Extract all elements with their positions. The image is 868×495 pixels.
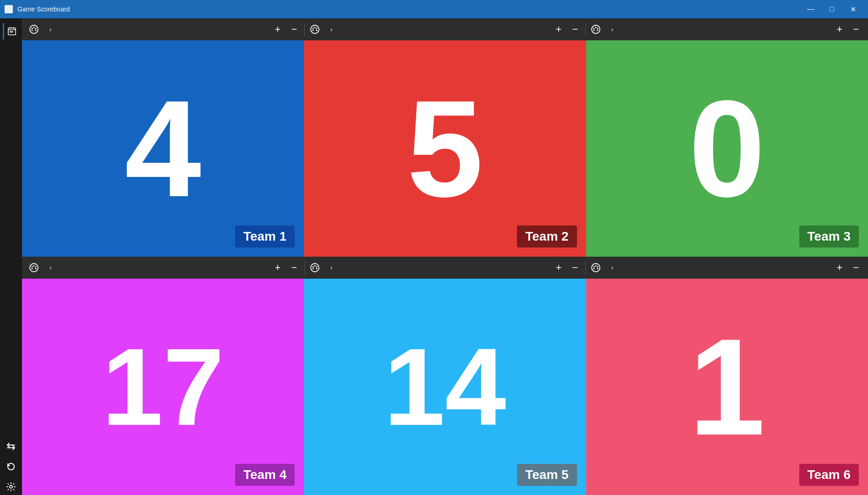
svg-point-33: [314, 265, 316, 267]
minimize-button[interactable]: —: [800, 0, 821, 18]
svg-point-16: [316, 28, 318, 29]
svg-rect-5: [11, 31, 13, 33]
score-row-1: 4 Team 1 5 Team 2 0 Team 3: [22, 40, 868, 257]
app-body: › + − › + −: [0, 18, 868, 495]
expand-btn-5[interactable]: ›: [323, 259, 340, 276]
svg-point-18: [316, 30, 318, 31]
svg-point-41: [593, 268, 595, 270]
palette-btn-5[interactable]: [307, 259, 323, 276]
sidebar-item-reset[interactable]: [3, 458, 19, 475]
svg-point-29: [32, 268, 33, 270]
team3-panel[interactable]: 0 Team 3: [586, 40, 868, 257]
team6-score: 1: [689, 318, 765, 456]
svg-point-34: [316, 266, 318, 268]
svg-point-38: [593, 266, 595, 268]
team2-score: 5: [407, 80, 483, 217]
team1-panel[interactable]: 4 Team 1: [22, 40, 304, 257]
svg-point-40: [597, 266, 599, 268]
svg-point-6: [10, 485, 12, 488]
add-btn-2[interactable]: +: [550, 21, 567, 38]
team4-score: 17: [102, 332, 224, 442]
add-btn-5[interactable]: +: [550, 259, 567, 276]
expand-btn-1[interactable]: ›: [42, 21, 59, 38]
palette-btn-4[interactable]: [26, 259, 42, 276]
svg-point-14: [313, 28, 314, 29]
window-controls: — □ ✕: [800, 0, 863, 18]
sidebar-item-swap[interactable]: [3, 438, 19, 455]
expand-btn-3[interactable]: ›: [604, 21, 621, 38]
svg-point-32: [313, 266, 314, 268]
minus-btn-3[interactable]: −: [848, 21, 864, 38]
minus-btn-1[interactable]: −: [286, 21, 302, 38]
palette-btn-3[interactable]: [588, 21, 604, 38]
team2-label: Team 2: [517, 226, 577, 248]
svg-point-24: [597, 30, 599, 31]
sidebar-item-settings[interactable]: [3, 478, 19, 495]
app-title: Game Scoreboard: [17, 6, 796, 13]
team3-score: 0: [689, 80, 765, 217]
team6-panel[interactable]: 1 Team 6: [586, 279, 868, 495]
minus-btn-4[interactable]: −: [286, 259, 302, 276]
add-btn-4[interactable]: +: [269, 259, 286, 276]
title-bar: Game Scoreboard — □ ✕: [0, 0, 868, 18]
expand-btn-4[interactable]: ›: [42, 259, 59, 276]
team6-label: Team 6: [799, 464, 859, 486]
team5-panel[interactable]: 14 Team 5: [304, 279, 586, 495]
palette-btn-1[interactable]: [26, 21, 42, 38]
content-area: › + − › + −: [22, 18, 868, 495]
expand-btn-6[interactable]: ›: [604, 259, 621, 276]
team5-score: 14: [384, 332, 506, 442]
team4-panel[interactable]: 17 Team 4: [22, 279, 304, 495]
team5-label: Team 5: [517, 464, 577, 486]
svg-point-31: [311, 264, 319, 272]
minus-btn-5[interactable]: −: [567, 259, 583, 276]
svg-point-30: [35, 268, 37, 270]
expand-btn-2[interactable]: ›: [323, 21, 340, 38]
svg-point-37: [592, 264, 600, 272]
svg-point-26: [32, 266, 33, 268]
svg-point-23: [593, 30, 595, 31]
svg-point-13: [311, 25, 319, 33]
svg-point-42: [597, 268, 599, 270]
svg-point-35: [313, 268, 314, 270]
palette-btn-6[interactable]: [588, 259, 604, 276]
svg-point-15: [314, 27, 316, 28]
team1-score: 4: [125, 80, 201, 217]
middle-toolbar: › + − › + −: [22, 257, 868, 279]
svg-point-36: [316, 268, 318, 270]
team3-label: Team 3: [799, 226, 859, 248]
svg-point-27: [33, 265, 35, 267]
close-button[interactable]: ✕: [842, 0, 863, 18]
app-icon: [5, 5, 13, 13]
svg-point-20: [593, 28, 595, 29]
svg-point-10: [35, 28, 37, 29]
team2-panel[interactable]: 5 Team 2: [304, 40, 586, 257]
svg-rect-4: [10, 31, 11, 33]
sidebar: [0, 18, 22, 495]
svg-point-28: [35, 266, 37, 268]
svg-point-8: [32, 28, 33, 29]
svg-point-39: [595, 265, 597, 267]
add-btn-3[interactable]: +: [831, 21, 848, 38]
svg-point-19: [592, 25, 600, 33]
score-row-2: 17 Team 4 14 Team 5 1 Team 6: [22, 279, 868, 495]
top-toolbar: › + − › + −: [22, 18, 868, 40]
svg-point-25: [30, 264, 38, 272]
svg-point-11: [32, 30, 33, 31]
team1-label: Team 1: [235, 226, 295, 248]
svg-point-17: [313, 30, 314, 31]
palette-btn-2[interactable]: [307, 21, 323, 38]
svg-point-7: [30, 25, 38, 33]
add-btn-1[interactable]: +: [269, 21, 286, 38]
minus-btn-6[interactable]: −: [848, 259, 864, 276]
team4-label: Team 4: [235, 464, 295, 486]
sidebar-item-calendar[interactable]: [3, 23, 19, 39]
svg-point-22: [597, 28, 599, 29]
add-btn-6[interactable]: +: [831, 259, 848, 276]
minus-btn-2[interactable]: −: [567, 21, 583, 38]
svg-point-21: [595, 27, 597, 28]
maximize-button[interactable]: □: [821, 0, 842, 18]
svg-point-9: [33, 27, 35, 28]
svg-point-12: [35, 30, 37, 31]
